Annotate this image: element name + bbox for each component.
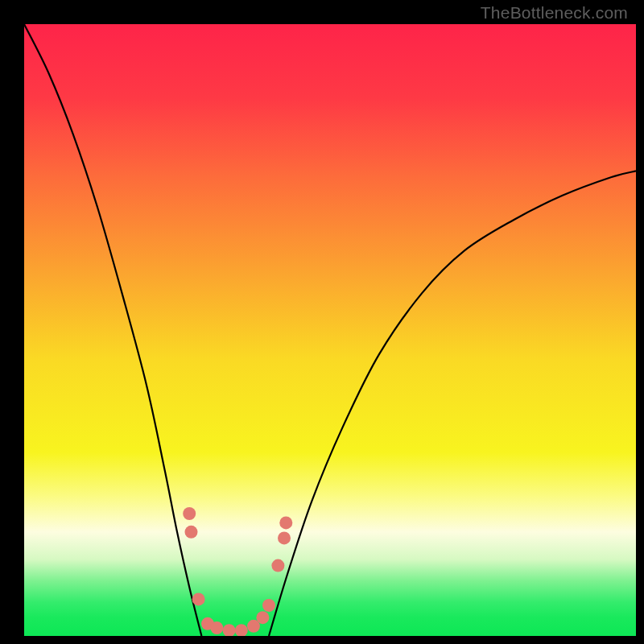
data-point [184,526,197,539]
data-point [278,531,291,544]
data-point [262,599,275,612]
data-point [183,507,196,520]
gradient-background [24,24,636,636]
chart-svg [24,24,636,636]
data-point [279,516,292,529]
chart-canvas [24,24,636,636]
data-point [256,611,269,624]
data-point [210,621,223,634]
data-point [271,559,284,572]
data-point [192,592,205,605]
watermark-text: TheBottleneck.com [481,3,628,23]
